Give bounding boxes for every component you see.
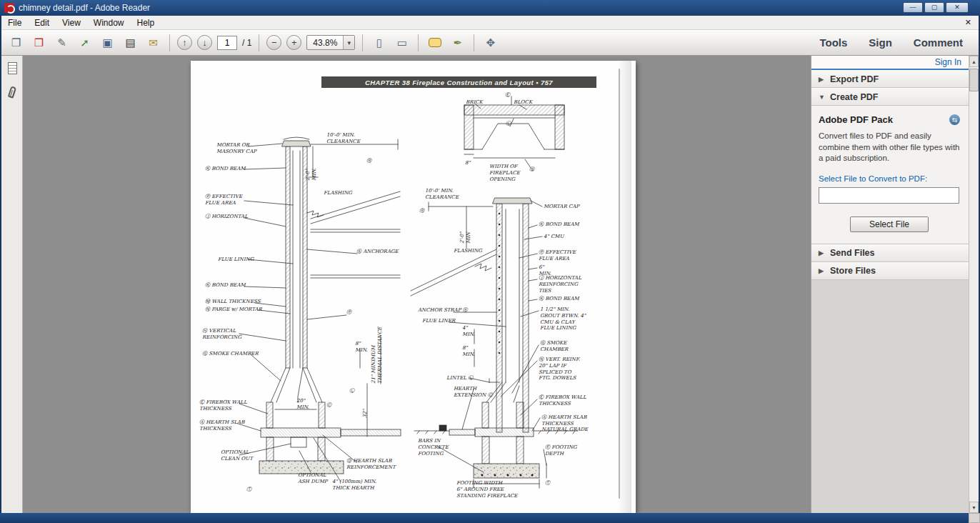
menu-window[interactable]: Window: [87, 16, 131, 29]
next-page-button[interactable]: ↓: [197, 35, 212, 50]
drawing-label: OPTIONAL ASH DUMP: [298, 472, 328, 485]
page-thumbnails-icon: [8, 62, 17, 74]
drawing-label: 2'-0" MIN: [459, 232, 472, 244]
close-button[interactable]: ✕: [946, 2, 969, 13]
vertical-scrollbar[interactable]: ▲ ▼: [969, 56, 979, 513]
drawing-label: 4" (100mm) MIN. THICK HEARTH: [332, 479, 376, 492]
menu-edit[interactable]: Edit: [28, 16, 56, 29]
drawing-label: Ⓡ: [419, 208, 424, 214]
drawing-label: Ⓕ FOOTING DEPTH: [545, 444, 577, 457]
drawing-label: 4" CMU: [544, 234, 564, 240]
fit-width-icon[interactable]: ▭: [393, 34, 411, 51]
drawing-label: 32": [362, 409, 369, 418]
adobe-reader-icon: [4, 3, 14, 13]
zoom-in-button[interactable]: +: [286, 35, 301, 50]
fullscreen-icon[interactable]: ✥: [481, 34, 499, 51]
attachments-button[interactable]: [1, 80, 23, 104]
section-create-pdf[interactable]: ▼ Create PDF: [811, 88, 969, 106]
navigation-sidebar: [1, 56, 23, 513]
drawing-label: FLASHING: [324, 190, 352, 196]
drawing-label: Ⓓ HEARTH SLAB REINFORCEMENT: [346, 458, 396, 471]
tools-panel: Sign In ▶ Export PDF ▼ Create PDF Adobe …: [811, 56, 969, 513]
sign-in-link[interactable]: Sign In: [935, 57, 961, 67]
maximize-button[interactable]: ▢: [924, 2, 944, 13]
convert-file-input[interactable]: [819, 187, 959, 204]
previous-page-button[interactable]: ↑: [177, 35, 192, 50]
drawing-label: 21" MINIMUM THERMAL DISTANCE: [371, 327, 384, 384]
window-controls: — ▢ ✕: [903, 2, 969, 13]
section-store-files[interactable]: ▶ Store Files: [811, 262, 969, 280]
paperclip-icon: [8, 86, 17, 99]
window-title: chimney detail.pdf - Adobe Reader: [19, 3, 150, 13]
scroll-up-button[interactable]: ▲: [969, 56, 979, 67]
signature-pen-icon[interactable]: ✒: [449, 34, 466, 51]
pdf-pack-description: Convert files to PDF and easily combine …: [819, 131, 960, 164]
drawing-label: FLUE LINING: [218, 256, 254, 263]
share-icon[interactable]: ➚: [76, 34, 94, 51]
save-icon[interactable]: ▣: [99, 34, 116, 51]
drawing-label: Ⓣ: [246, 487, 251, 493]
pdf-pack-icon[interactable]: ⇆: [949, 114, 960, 125]
comment-button[interactable]: Comment: [914, 36, 963, 49]
create-pdf-icon[interactable]: ❒: [30, 34, 48, 51]
drawing-label: Ⓝ PARGE w/ MORTAR: [205, 307, 262, 313]
menu-help[interactable]: Help: [131, 16, 161, 29]
drawing-labels: MORTAR OR MASONRY CAPⓀ BOND BEAMⓅ EFFECT…: [191, 61, 636, 513]
drawing-label: Ⓡ: [366, 158, 371, 164]
toolbar: ❐ ❒ ✎ ➚ ▣ ▤ ✉ ↑ ↓ / 1 − + 43.8% ▾ ▯ ▭ ✒ …: [1, 30, 979, 56]
drawing-label: ANCHOR STRAP Ⓢ: [418, 307, 468, 314]
close-document-icon[interactable]: ✕: [958, 18, 979, 27]
email-icon[interactable]: ✉: [144, 34, 162, 51]
sign-button[interactable]: Sign: [869, 36, 892, 49]
drawing-label: FOOTING WIDTH 6" AROUND FREE STANDING FI…: [456, 480, 517, 499]
drawing-label: OPTIONAL CLEAN OUT: [221, 449, 253, 462]
section-export-pdf[interactable]: ▶ Export PDF: [811, 70, 969, 88]
scroll-down-button[interactable]: ▼: [969, 502, 979, 513]
drawing-label: MORTAR OR MASONRY CAP: [216, 142, 256, 155]
drawing-label: Ⓙ HORIZONTAL: [205, 214, 248, 220]
drawing-label: 4" MIN.: [462, 325, 475, 338]
print-icon[interactable]: ▤: [121, 34, 139, 51]
drawing-label: Ⓛ: [506, 121, 511, 127]
drawing-label: LINTEL Ⓛ: [446, 375, 473, 382]
drawing-label: MORTAR CAP: [544, 204, 579, 210]
zoom-out-button[interactable]: −: [266, 35, 281, 50]
drawing-label: 2'-0" MIN.: [305, 168, 318, 181]
adobe-pdf-pack-title: Adobe PDF Pack: [819, 114, 893, 125]
drawing-label: 10'-0' MIN. CLEARANCE: [425, 188, 459, 201]
menu-view[interactable]: View: [56, 16, 87, 29]
fit-page-icon[interactable]: ▯: [370, 34, 388, 51]
chevron-down-icon[interactable]: ▾: [343, 36, 354, 49]
toolbar-separator: [169, 34, 170, 51]
minimize-button[interactable]: —: [903, 2, 923, 13]
drawing-label: Ⓜ WALL THICKNESS: [205, 299, 260, 305]
menu-file[interactable]: File: [1, 16, 28, 29]
drawing-label: Ⓟ EFFECTIVE FLUE AREA: [539, 249, 576, 262]
comment-bubble-icon[interactable]: [426, 34, 444, 51]
fill-sign-icon[interactable]: ✎: [53, 34, 71, 51]
tools-button[interactable]: Tools: [819, 36, 847, 49]
page-thumbnails-button[interactable]: [1, 56, 23, 80]
open-icon[interactable]: ❐: [7, 34, 25, 51]
page-number-input[interactable]: [217, 36, 237, 50]
chevron-down-icon: ▼: [819, 94, 825, 101]
toolbar-separator: [474, 34, 474, 51]
toolbar-separator: [362, 34, 363, 51]
drawing-label: Ⓔ: [505, 92, 510, 99]
select-file-button[interactable]: Select File: [850, 216, 929, 232]
zoom-level-select[interactable]: 43.8% ▾: [306, 35, 355, 50]
document-canvas[interactable]: CHAPTER 38 Fireplace Construction and La…: [23, 56, 811, 513]
drawing-label: Ⓔ FIREBOX WALL THICKNESS: [539, 394, 586, 407]
chevron-right-icon: ▶: [819, 249, 825, 256]
section-label: Send Files: [830, 248, 875, 258]
drawing-label: BLOCK: [514, 99, 532, 106]
drawing-label: Ⓣ: [545, 480, 550, 487]
drawing-label: Ⓖ SMOKE CHAMBER: [540, 340, 568, 353]
window-bottom-frame: [0, 513, 980, 523]
drawing-label: Ⓙ HORIZONTAL REINFORCING TIES: [539, 275, 581, 294]
section-send-files[interactable]: ▶ Send Files: [811, 244, 969, 262]
scrollbar-thumb[interactable]: [969, 69, 979, 91]
drawing-label: Ⓟ EFFECTIVE FLUE AREA: [205, 194, 242, 206]
page-count-label: / 1: [242, 38, 251, 48]
chevron-right-icon: ▶: [819, 267, 825, 274]
